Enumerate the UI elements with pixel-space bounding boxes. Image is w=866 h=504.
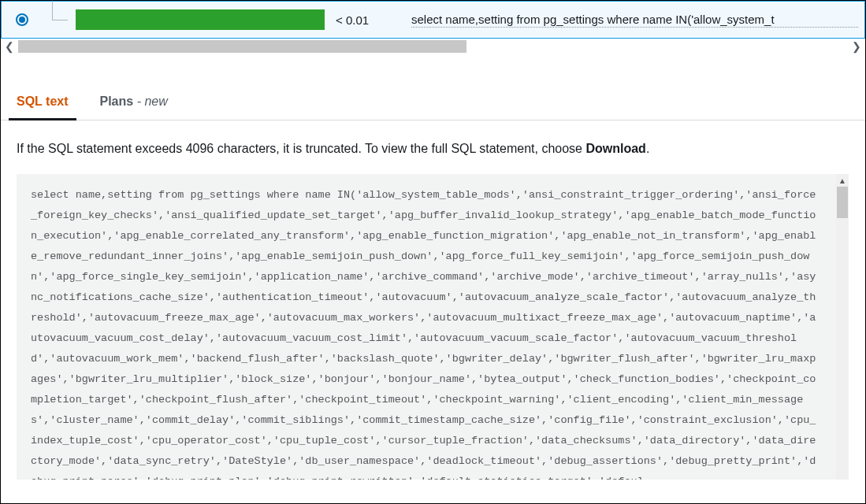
tab-plans[interactable]: Plans - new <box>100 94 168 120</box>
truncation-notice: If the SQL statement exceeds 4096 charac… <box>17 139 849 158</box>
notice-text-suffix: . <box>646 142 649 155</box>
scroll-right-icon[interactable]: ❯ <box>848 39 865 54</box>
code-wrapper: select name,setting from pg_settings whe… <box>17 174 849 480</box>
horizontal-scrollbar[interactable]: ❮ ❯ <box>1 39 865 54</box>
tabs-bar: SQL text Plans - new <box>1 73 865 120</box>
vscroll-thumb[interactable] <box>837 187 848 218</box>
notice-text-prefix: If the SQL statement exceeds 4096 charac… <box>17 142 585 155</box>
tab-label: SQL text <box>17 94 69 108</box>
tab-label: Plans <box>100 94 134 108</box>
hscroll-track[interactable] <box>18 40 848 53</box>
radio-dot-icon <box>19 17 25 23</box>
vertical-scrollbar[interactable]: ▲ <box>836 174 849 480</box>
tab-sql-text[interactable]: SQL text <box>17 94 69 120</box>
tab-new-badge: - new <box>133 94 168 108</box>
load-value: < 0.01 <box>333 13 403 27</box>
row-select-radio[interactable] <box>16 13 28 26</box>
tree-connector-icon <box>36 1 68 39</box>
selected-query-row[interactable]: < 0.01 select name,setting from pg_setti… <box>1 1 865 39</box>
hscroll-thumb[interactable] <box>18 40 466 53</box>
load-bar <box>76 9 325 30</box>
sql-preview-text[interactable]: select name,setting from pg_settings whe… <box>411 13 858 28</box>
notice-download-word: Download <box>585 142 645 155</box>
scroll-left-icon[interactable]: ❮ <box>1 39 18 54</box>
scroll-up-icon[interactable]: ▲ <box>836 174 849 187</box>
tab-content: If the SQL statement exceeds 4096 charac… <box>1 120 865 495</box>
sql-code-block[interactable]: select name,setting from pg_settings whe… <box>17 174 836 480</box>
